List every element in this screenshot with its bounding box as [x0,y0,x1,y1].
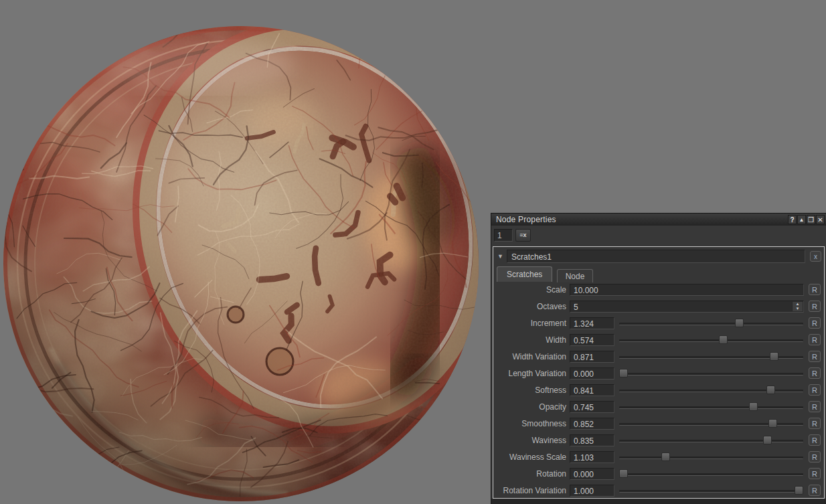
property-value-input[interactable]: 0.871 [570,351,614,363]
panel-title: Node Properties [496,215,556,224]
node-count-input[interactable]: 1 [494,229,513,242]
property-row-smoothness: Smoothness 0.852 R [494,416,823,432]
slider-handle[interactable] [719,335,728,344]
property-value-input[interactable]: 0.841 [570,384,614,396]
spin-up-button[interactable]: ▲ [793,302,803,307]
property-value-input[interactable]: 0.745 [570,401,614,413]
property-value-input[interactable]: 1.103 [570,451,614,463]
property-slider[interactable] [619,434,803,447]
reset-button[interactable]: R [809,351,821,362]
slider-handle[interactable] [735,319,744,327]
property-label: Rotation Variation [494,486,566,495]
lock-list-icon: ≡x [519,232,526,238]
node-name-input[interactable]: Scratches1 [507,250,805,263]
lock-list-button[interactable]: ≡x [515,229,531,242]
reset-button[interactable]: R [809,301,821,312]
panel-titlebar[interactable]: Node Properties ? ▲ ❐ ✕ [491,214,826,226]
slider-handle[interactable] [770,352,778,361]
property-row-rotation: Rotation 0.000 R [494,466,823,483]
tab-scratches[interactable]: Scratches [497,266,552,282]
property-value-input[interactable]: 1.324 [570,317,614,329]
property-row-octaves: Octaves 5 ▲ ▼ R [494,299,823,315]
reset-button[interactable]: R [809,367,821,379]
property-row-increment: Increment 1.324 R [494,315,823,332]
property-label: Waviness Scale [494,452,566,462]
material-preview-viewport[interactable] [0,0,492,504]
property-label: Width [494,335,566,345]
property-row-width-variation: Width Variation 0.871 R [494,349,823,365]
property-slider[interactable] [619,468,803,481]
property-value-input[interactable]: 1.000 [570,485,614,497]
property-label: Smoothness [494,419,566,428]
property-row-waviness: Waviness 0.835 R [494,432,823,449]
property-slider[interactable] [619,401,803,414]
property-value-input[interactable]: 0.574 [570,334,614,346]
property-row-scale: Scale 10.000 R [494,282,823,299]
property-value-input[interactable]: 0.000 [570,468,614,480]
node-properties-panel: Node Properties ? ▲ ❐ ✕ 1 ≡x ▼ Scratches… [491,213,826,504]
tab-bar: Scratches Node [497,266,821,282]
property-label: Octaves [494,302,566,311]
property-label: Rotation [494,469,566,479]
property-slider[interactable] [619,367,803,380]
slider-handle[interactable] [619,369,628,377]
slider-handle[interactable] [768,419,777,428]
property-value-input[interactable]: 5 ▲ ▼ [570,301,804,313]
property-value-input[interactable]: 10.000 [570,284,804,296]
property-slider[interactable] [619,351,803,363]
close-icon[interactable]: ✕ [816,215,825,224]
slider-track [619,456,803,459]
property-slider[interactable] [619,334,803,347]
property-row-width: Width 0.574 R [494,332,823,349]
property-slider[interactable] [619,485,803,497]
property-row-softness: Softness 0.841 R [494,382,823,399]
slider-track [619,440,803,442]
panel-toolbar: 1 ≡x [491,226,826,246]
reset-button[interactable]: R [809,401,821,412]
property-slider[interactable] [619,451,803,464]
slider-track [619,406,803,409]
node-groupbox: ▼ Scratches1 x Scratches Node Scale 10.0… [493,246,825,499]
node-header: ▼ Scratches1 x [496,250,821,264]
property-slider[interactable] [619,317,803,330]
titlebar-buttons: ? ▲ ❐ ✕ [788,215,825,224]
tab-node[interactable]: Node [557,269,594,282]
slider-handle[interactable] [763,436,772,444]
property-slider[interactable] [619,418,803,430]
spinner: ▲ ▼ [792,302,803,311]
property-value-input[interactable]: 0.835 [570,434,614,446]
slider-track [619,373,803,375]
property-row-opacity: Opacity 0.745 R [494,399,823,416]
slider-track [619,390,803,392]
slider-handle[interactable] [749,402,758,411]
property-slider[interactable] [619,384,803,397]
remove-node-button[interactable]: x [810,251,821,262]
spin-down-button[interactable]: ▼ [793,307,803,311]
property-row-waviness-scale: Waviness Scale 1.103 R [494,449,823,466]
reset-button[interactable]: R [809,485,821,496]
reset-button[interactable]: R [809,434,821,446]
reset-button[interactable]: R [809,384,821,396]
reset-button[interactable]: R [809,317,821,329]
reset-button[interactable]: R [809,468,821,479]
property-label: Increment [494,319,566,328]
reset-button[interactable]: R [809,451,821,463]
reset-button[interactable]: R [809,334,821,345]
slider-handle[interactable] [766,386,775,394]
slider-handle[interactable] [795,486,803,495]
help-icon[interactable]: ? [788,215,797,224]
property-label: Length Variation [494,369,566,378]
float-icon[interactable]: ❐ [807,215,815,224]
collapse-arrow-icon[interactable]: ▼ [497,253,503,260]
property-row-length-variation: Length Variation 0.000 R [494,365,823,382]
property-value-input[interactable]: 0.852 [570,418,614,430]
shade-icon[interactable]: ▲ [797,215,806,224]
property-label: Softness [494,386,566,395]
property-value-input[interactable]: 0.000 [570,367,614,380]
reset-button[interactable]: R [809,284,821,295]
reset-button[interactable]: R [809,418,821,429]
property-rows: Scale 10.000 R Octaves 5 ▲ ▼ R Incre [494,282,823,499]
slider-handle[interactable] [619,469,628,478]
slider-handle[interactable] [661,452,670,461]
property-label: Width Variation [494,352,566,361]
